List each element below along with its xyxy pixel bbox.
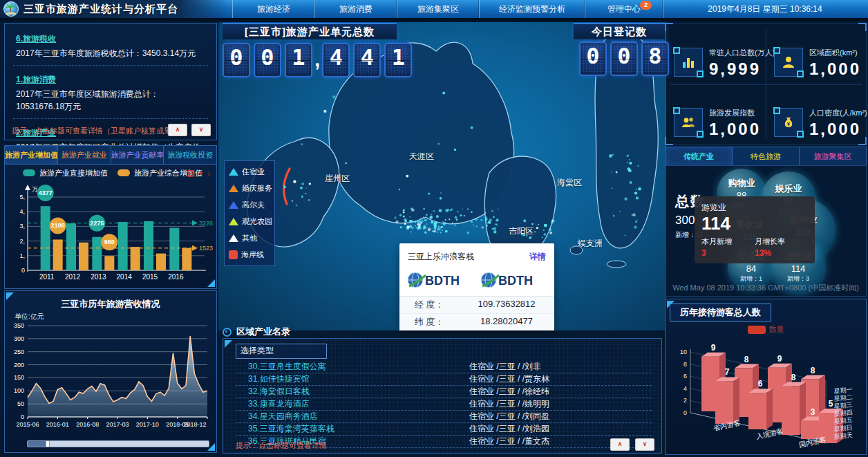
coastline-marker-icon <box>229 250 238 259</box>
svg-text:4: 4 <box>683 385 687 392</box>
svg-text:9: 9 <box>777 354 782 364</box>
svg-text:6: 6 <box>758 379 763 389</box>
svg-text:2017-03: 2017-03 <box>106 421 129 428</box>
tab-industry-contribution[interactable]: 旅游产业贡献率 <box>111 146 164 164</box>
nav-tab-tourism-economy[interactable]: 旅游经济 <box>232 0 314 18</box>
summary-item[interactable]: 6.旅游税收 2017年三亚市年度旅游税收总计：3450.3.14万元 <box>13 29 208 66</box>
revenue-area-chart[interactable]: 0501001502002503003502015-062016-012016-… <box>6 320 216 436</box>
visitors-legend[interactable]: 数量 <box>666 324 866 335</box>
tab-featured-tourism[interactable]: 特色旅游 <box>733 147 800 165</box>
main-nav: 旅游经济 旅游消费 旅游集聚区 经济监测预警分析 管理中心 2 <box>232 0 663 18</box>
flip-digit: 4 <box>353 43 381 77</box>
revenue-chart-panel: 三亚市历年旅游营收情况 单位:亿元 0501001502002503003502… <box>4 290 217 453</box>
legend-item: 海岸线 <box>229 250 270 260</box>
download-icon[interactable]: ↓ <box>207 168 211 178</box>
svg-text:5: 5 <box>829 399 833 409</box>
revenue-zoom-slider[interactable] <box>27 440 209 447</box>
venue-link[interactable]: 32.海棠假日客栈 <box>236 386 469 398</box>
flip-digit: 4 <box>322 43 350 77</box>
svg-text:1,: 1, <box>19 252 25 259</box>
summary-item-title[interactable]: 6.旅游税收 <box>16 33 205 45</box>
counter-today-title: 今日登记数 <box>574 23 665 39</box>
svg-text:10: 10 <box>680 348 687 355</box>
brand: 三亚市旅游产业统计与分析平台 <box>0 0 231 18</box>
summary-hint: 提示：点击标题可查看详情（卫星账户核算成果） <box>12 126 179 136</box>
directory-scroll-up-button[interactable]: ∧ <box>610 438 630 451</box>
svg-text:3: 3 <box>811 407 815 417</box>
nav-tab-admin-center[interactable]: 管理中心 2 <box>585 0 663 18</box>
notification-badge[interactable]: 2 <box>640 1 652 10</box>
export-doc-icon[interactable]: ▤ <box>187 168 194 178</box>
popup-detail-link[interactable]: 详情 <box>529 251 546 263</box>
nav-tab-tourism-consumption[interactable]: 旅游消费 <box>314 0 397 18</box>
tab-tax-investment[interactable]: 旅游税收投资 <box>164 146 216 164</box>
venue-link[interactable]: 30.三亚帛生度假公寓 <box>236 361 469 373</box>
venue-link[interactable]: 35.三亚海棠湾芙蕖客栈 <box>236 423 469 435</box>
slider-handle[interactable] <box>46 440 50 447</box>
nav-tab-tourism-cluster[interactable]: 旅游集聚区 <box>397 0 479 18</box>
popup-title: 三亚上乐冲浪客栈 <box>408 251 474 263</box>
counter-total-digits: 001,441 <box>223 41 412 77</box>
summary-item-title[interactable]: 1.旅游消费 <box>16 74 205 86</box>
visitors-3d-bar-chart[interactable]: 0246810989876835省内游客入境游客国内游客星期一星期二星期三星期四… <box>666 335 866 454</box>
direct-series-label[interactable]: 旅游产业直接增加值 <box>39 168 108 178</box>
slider-selected-range[interactable] <box>28 441 46 447</box>
svg-text:5,: 5, <box>19 194 25 200</box>
panel-timestamp: Wed May 08 2019 10:33:36 GMT+0800 (中国标准时… <box>666 283 866 293</box>
flip-digit: 0 <box>223 43 250 77</box>
flip-digit: 0 <box>579 41 607 76</box>
type-filter-select[interactable]: 选择类型 <box>236 344 327 359</box>
venue-link[interactable]: 33.康喜龙海酒店 <box>236 398 469 410</box>
flip-digit: 1 <box>384 43 412 77</box>
industry-bar-chart[interactable]: 01,2,3,4,5,万元322615232011201220132014201… <box>7 183 214 288</box>
nav-tab-monitor-warning[interactable]: 经济监测预警分析 <box>479 0 585 18</box>
summary-item-desc: 2017年三亚市年度区域旅游消费总计：10531676.18万元 <box>16 88 205 113</box>
svg-text:350: 350 <box>14 322 24 329</box>
stat-value: 1,000 <box>809 59 861 79</box>
legend-item: 婚庆服务 <box>229 183 270 194</box>
person-icon <box>774 48 803 77</box>
svg-text:8: 8 <box>744 355 749 364</box>
svg-text:150: 150 <box>14 374 24 381</box>
directory-scroll-down-button[interactable]: ∨ <box>635 438 654 451</box>
flip-digit: 0 <box>254 43 281 77</box>
svg-text:6: 6 <box>683 373 687 380</box>
svg-text:8: 8 <box>683 361 687 368</box>
svg-text:2018-12: 2018-12 <box>183 421 206 428</box>
bdth-logo-text: BDTH <box>425 274 460 288</box>
popup-logos: BDTH BDTH <box>399 268 554 296</box>
directory-panel: 选择类型 30.三亚帛生度假公寓 住宿业 /三亚 / /刘非 31.如佳快捷宾馆… <box>223 338 662 454</box>
svg-text:9: 9 <box>711 343 716 353</box>
venue-info: 住宿业 /三亚 / /刘非 <box>469 361 541 373</box>
triangle-marker-icon <box>229 185 238 192</box>
quantity-legend-label: 数量 <box>769 325 784 333</box>
composite-series-swatch-icon <box>117 169 130 176</box>
directory-row: 35.三亚海棠湾芙蕖客栈 住宿业 /三亚 / /刘浩园 <box>236 423 652 436</box>
directory-row: 34.星天园商务酒店 住宿业 /三亚 / /刘同盈 <box>236 411 652 423</box>
flip-digit: 8 <box>641 41 669 76</box>
triangle-marker-icon <box>229 168 238 176</box>
svg-text:200: 200 <box>14 362 24 369</box>
scroll-up-button[interactable]: ∧ <box>168 124 187 136</box>
summary-item[interactable]: 1.旅游消费 2017年三亚市年度区域旅游消费总计：10531676.18万元 <box>13 70 208 119</box>
chart-type-icon[interactable]: ◕ <box>198 168 203 178</box>
legend-item: 其他 <box>229 233 270 243</box>
tab-traditional-industry[interactable]: 传统产业 <box>666 147 733 165</box>
tab-industry-added-value[interactable]: 旅游产业增加值 <box>5 146 58 164</box>
stat-label: 区域面积(km²) <box>809 48 858 57</box>
svg-text:2017-10: 2017-10 <box>136 421 159 428</box>
bubble-tooltip: 游览业 114 本月新增 3 月增长率 13% <box>695 196 815 263</box>
tab-tourism-gathering[interactable]: 旅游聚集区 <box>800 147 866 165</box>
svg-text:2015: 2015 <box>142 273 158 281</box>
tab-industry-employment[interactable]: 旅游产业就业 <box>58 146 111 164</box>
svg-text:0: 0 <box>21 267 25 274</box>
triangle-marker-icon <box>229 234 238 242</box>
scroll-down-button[interactable]: ∨ <box>191 124 211 136</box>
venue-link[interactable]: 31.如佳快捷宾馆 <box>236 373 469 385</box>
tooltip-rate-value: 13% <box>755 248 808 258</box>
map-popup: 三亚上乐冲浪客栈 详情 BDTH BDTH 经 度 <box>399 243 554 330</box>
venue-link[interactable]: 34.星天园商务酒店 <box>236 411 469 422</box>
svg-text:100: 100 <box>14 387 24 394</box>
svg-text:2013: 2013 <box>91 273 106 281</box>
longitude-value: 109.73632812 <box>459 299 554 311</box>
